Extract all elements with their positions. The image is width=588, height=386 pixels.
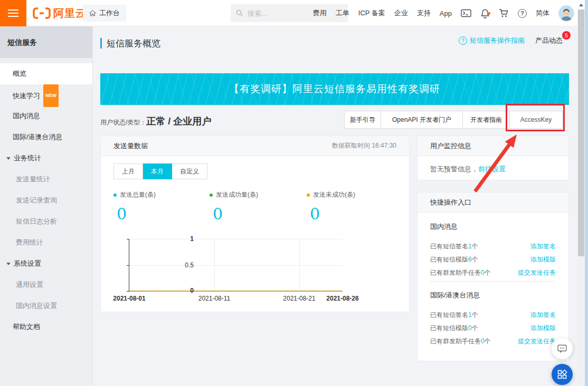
sidebar-group-system-settings[interactable]: 系统设置 — [0, 253, 92, 274]
aliyun-sms-console: 阿里云 工作台 费用 工单 ICP 备案 企业 支持 App — [0, 0, 588, 386]
user-status-label: 用户状态/类型： — [100, 118, 146, 127]
hamburger-menu-icon[interactable] — [0, 0, 26, 26]
sidebar-item-international-message[interactable]: 国际/港澳台消息 — [0, 127, 92, 148]
stat-failed-sent-value: 0 — [310, 205, 355, 223]
scrollbar-thumb[interactable] — [578, 9, 584, 256]
scroll-up-button[interactable] — [577, 0, 585, 9]
developer-guide-button[interactable]: 开发者指南 — [463, 111, 510, 129]
new-badge: NEW — [43, 84, 59, 107]
green-dot-icon — [210, 194, 213, 197]
row-domestic-signature: 已有短信签名1个 添加签名 — [430, 241, 556, 252]
page-title-accent — [100, 38, 102, 49]
notification-bell-icon[interactable] — [480, 8, 490, 18]
survey-banner[interactable]: 【有奖调研】阿里云短信服务易用性有奖调研 — [100, 73, 569, 105]
nav-tickets[interactable]: 工单 — [336, 8, 349, 18]
sidebar-item-quick-learn[interactable]: 快速学习NEW — [0, 84, 92, 105]
gridline — [129, 239, 343, 239]
question-circle-icon: ? — [459, 36, 467, 45]
beginner-guide-button[interactable]: 新手引导 — [344, 111, 381, 129]
chat-bubble-icon — [557, 344, 567, 354]
panel-title: 快捷操作入口 — [430, 198, 471, 207]
chevron-down-icon — [6, 157, 11, 160]
nav-icp[interactable]: ICP 备案 — [358, 8, 385, 18]
quick-actions-panel: 快捷操作入口 国内消息 已有短信签名1个 添加签名 已有短信模版6个 添加模版 … — [417, 192, 569, 361]
series-line — [129, 291, 343, 292]
stat-failed-sent: 发送未成功(条) 0 — [307, 190, 355, 223]
sidebar-item-domestic-message[interactable]: 国内消息 — [0, 105, 92, 127]
sidebar-item-sms-log-analysis[interactable]: 短信日志分析 — [0, 211, 92, 232]
x-tick-0811: 2021-08-11 — [191, 295, 238, 302]
row-intl-template: 已有短信模版0个 添加模版 — [430, 323, 556, 333]
feedback-chat-button[interactable] — [552, 338, 573, 359]
nav-support[interactable]: 支持 — [417, 8, 431, 18]
chevron-down-icon — [6, 263, 11, 265]
avatar[interactable] — [558, 5, 574, 21]
scrollbar[interactable] — [577, 0, 585, 386]
sidebar-item-send-volume-stats[interactable]: 发送量统计 — [0, 169, 92, 190]
page-title: 短信服务概览 — [107, 37, 160, 50]
section-domestic-title: 国内消息 — [430, 222, 458, 231]
user-monitor-header: 用户监控信息 — [418, 136, 568, 156]
product-news-link[interactable]: 产品动态 5 — [535, 36, 563, 45]
accesskey-button[interactable]: AccessKey — [510, 111, 563, 129]
terminal-icon[interactable] — [461, 9, 471, 17]
sidebar-item-send-record-query[interactable]: 发送记录查询 — [0, 190, 92, 211]
cyan-dot-icon — [113, 194, 117, 197]
nav-enterprise[interactable]: 企业 — [394, 8, 408, 18]
aliyun-logo-icon — [33, 7, 51, 19]
row-domestic-template: 已有短信模版6个 添加模版 — [430, 254, 556, 265]
y-axis — [129, 239, 129, 292]
fetch-time: 数据获取时间 16:47:30 — [332, 141, 396, 150]
dashed-divider — [430, 281, 556, 282]
tab-this-month[interactable]: 本月 — [143, 163, 172, 179]
y-tick-0: 0 — [173, 287, 194, 294]
x-tick-0826: 2021-08-26 — [319, 295, 366, 302]
add-template-link[interactable]: 添加模版 — [530, 255, 556, 264]
nav-app[interactable]: App — [440, 9, 452, 17]
submit-send-task-link[interactable]: 提交发送任务 — [518, 337, 556, 346]
banner-text: 【有奖调研】阿里云短信服务易用性有奖调研 — [229, 82, 440, 96]
language-selector[interactable]: 简体 — [536, 8, 549, 18]
sidebar-menu: 概览 快速学习NEW 国内消息 国际/港澳台消息 业务统计 发送量统计 发送记录… — [0, 58, 92, 337]
nav-billing[interactable]: 费用 — [313, 8, 327, 18]
quick-entry-button[interactable] — [552, 364, 573, 385]
cart-icon[interactable] — [499, 8, 509, 18]
row-domestic-batch-task: 已有群发助手任务0个 提交发送任务 — [430, 267, 556, 278]
quick-actions-header: 快捷操作入口 — [418, 192, 568, 213]
workbench-button[interactable]: 工作台 — [83, 5, 126, 22]
stat-success-sent-value: 0 — [213, 205, 258, 223]
tab-last-month[interactable]: 上月 — [113, 163, 143, 179]
sidebar-item-fee-stats[interactable]: 费用统计 — [0, 232, 92, 253]
tab-custom[interactable]: 自定义 — [172, 163, 207, 179]
x-tick-0821: 2021-08-21 — [276, 295, 323, 302]
topbar-right: 费用 工单 ICP 备案 企业 支持 App — [313, 0, 574, 26]
no-alert-text: 暂无预警信息， — [430, 165, 478, 173]
row-intl-signature: 已有短信签名1个 添加签名 — [430, 310, 556, 320]
sidebar-item-help-docs[interactable]: 帮助文档 — [0, 316, 92, 337]
sidebar-product-title: 短信服务 — [0, 26, 92, 58]
go-to-settings-link[interactable]: 前往设置 — [478, 165, 506, 173]
user-status-value: 正常 / 企业用户 — [146, 115, 211, 128]
chart-plot-area — [129, 239, 343, 292]
sidebar-item-overview[interactable]: 概览 — [0, 63, 92, 84]
openapi-portal-button[interactable]: OpenAPI 开发者门户 — [381, 111, 463, 129]
gridline — [129, 265, 343, 266]
divider — [78, 8, 79, 18]
sidebar-group-business-stats[interactable]: 业务统计 — [0, 148, 92, 169]
orange-dot-icon — [307, 194, 310, 197]
sidebar-item-general-settings[interactable]: 通用设置 — [0, 274, 92, 295]
operation-guide-link[interactable]: ? 短信服务操作指南 — [459, 36, 525, 45]
row-intl-batch-task: 已有群发助手任务0个 提交发送任务 — [430, 336, 556, 346]
panel-title: 用户监控信息 — [430, 141, 471, 151]
sidebar-item-domestic-message-settings[interactable]: 国内消息设置 — [0, 295, 92, 316]
period-tabs: 上月 本月 自定义 — [113, 163, 207, 179]
send-volume-panel-header: 发送量数据 数据获取时间 16:47:30 — [101, 136, 409, 156]
submit-send-task-link[interactable]: 提交发送任务 — [518, 268, 556, 277]
gridline — [214, 239, 215, 292]
add-signature-link[interactable]: 添加签名 — [530, 242, 556, 251]
quick-buttons: 新手引导 OpenAPI 开发者门户 开发者指南 AccessKey — [344, 111, 563, 129]
help-icon[interactable]: ? — [518, 9, 527, 18]
add-signature-link[interactable]: 添加签名 — [530, 311, 556, 320]
page-header-actions: ? 短信服务操作指南 产品动态 5 — [459, 36, 563, 45]
add-template-link[interactable]: 添加模版 — [530, 324, 556, 333]
